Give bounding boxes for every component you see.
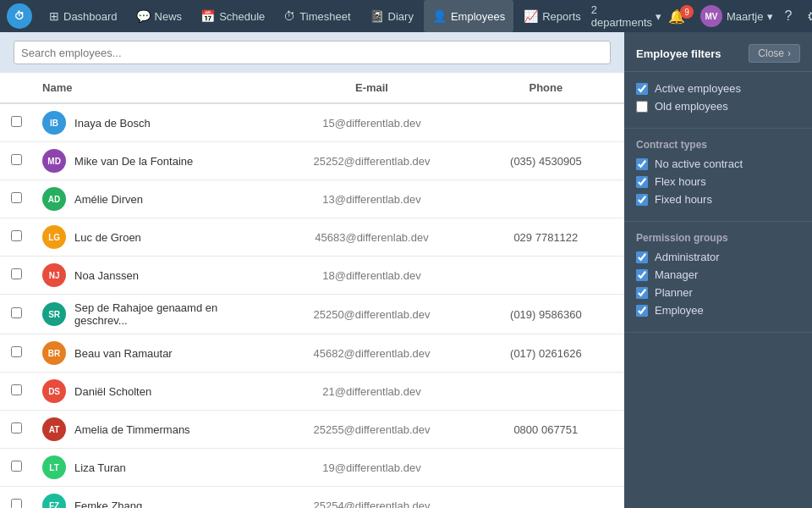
filter-flex-hours[interactable]: Flex hours: [636, 175, 800, 188]
row-phone-cell: [468, 449, 624, 487]
table-row[interactable]: AD Amélie Dirven 13@differentlab.dev: [0, 180, 624, 218]
filter-old-employees[interactable]: Old employees: [636, 100, 800, 113]
row-select-checkbox[interactable]: [11, 192, 22, 203]
row-checkbox-cell: [0, 103, 32, 142]
flex-hours-checkbox[interactable]: [636, 176, 648, 188]
planner-checkbox[interactable]: [636, 287, 648, 299]
employees-table: Name E-mail Phone IB Inaya de Bosch 15@d…: [0, 73, 624, 508]
employee-phone: (035) 4530905: [510, 155, 582, 168]
table-row[interactable]: SR Sep de Rahajoe genaamd en geschrev...…: [0, 295, 624, 334]
table-row[interactable]: IB Inaya de Bosch 15@differentlab.dev: [0, 103, 624, 142]
search-input[interactable]: [14, 41, 611, 64]
row-name-cell: DS Daniël Scholten: [32, 373, 276, 411]
fixed-hours-label: Fixed hours: [655, 193, 712, 206]
filter-administrator[interactable]: Administrator: [636, 251, 800, 263]
filter-active-employees[interactable]: Active employees: [636, 82, 800, 95]
row-phone-cell: [468, 257, 624, 295]
row-select-checkbox[interactable]: [11, 384, 22, 395]
nav-employees[interactable]: 👤 Employees: [424, 0, 513, 32]
no-active-contract-checkbox[interactable]: [636, 158, 648, 170]
fixed-hours-checkbox[interactable]: [636, 194, 648, 206]
employee-name: Beau van Ramautar: [74, 347, 173, 360]
employee-name: Sep de Rahajoe genaamd en geschrev...: [74, 301, 266, 327]
row-select-checkbox[interactable]: [11, 422, 22, 433]
employee-filters-panel: Employee filters Close › Active employee…: [624, 32, 812, 508]
col-email[interactable]: E-mail: [276, 73, 467, 103]
old-employees-label: Old employees: [655, 100, 728, 113]
filter-fixed-hours[interactable]: Fixed hours: [636, 193, 800, 206]
settings-icon[interactable]: ⚙: [803, 8, 812, 25]
active-employees-label: Active employees: [655, 82, 741, 95]
nav-diary-label: Diary: [388, 10, 414, 23]
administrator-checkbox[interactable]: [636, 251, 648, 263]
nav-timesheet-label: Timesheet: [299, 10, 350, 23]
diary-icon: 📓: [370, 9, 384, 23]
table-row[interactable]: LT Liza Turan 19@differentlab.dev: [0, 449, 624, 487]
nav-employees-label: Employees: [451, 10, 505, 23]
notification-badge: 9: [680, 5, 694, 19]
filter-employee[interactable]: Employee: [636, 304, 800, 317]
old-employees-checkbox[interactable]: [636, 101, 648, 113]
employee-name: Mike van De la Fontaine: [74, 155, 193, 168]
nav-timesheet[interactable]: ⏱ Timesheet: [275, 0, 359, 32]
close-panel-button[interactable]: Close ›: [749, 44, 800, 63]
table-row[interactable]: AT Amelia de Timmermans 25255@differentl…: [0, 411, 624, 449]
row-select-checkbox[interactable]: [11, 499, 22, 508]
no-active-contract-label: No active contract: [655, 157, 743, 170]
row-select-checkbox[interactable]: [11, 307, 22, 318]
table-row[interactable]: LG Luc de Groen 45683@differenlab.dev 02…: [0, 218, 624, 257]
help-icon[interactable]: ?: [780, 8, 796, 24]
row-checkbox-cell: [0, 180, 32, 218]
nav-news-label: News: [155, 10, 183, 23]
row-checkbox-cell: [0, 218, 32, 257]
filter-planner[interactable]: Planner: [636, 286, 800, 299]
employee-name: Noa Janssen: [74, 269, 139, 282]
table-row[interactable]: DS Daniël Scholten 21@differentlab.dev: [0, 373, 624, 411]
nav-dashboard[interactable]: ⊞ Dashboard: [41, 0, 126, 32]
nav-reports[interactable]: 📈 Reports: [515, 0, 590, 32]
close-button-label: Close: [758, 47, 784, 59]
row-select-checkbox[interactable]: [11, 154, 22, 165]
nav-news[interactable]: 💬 News: [128, 0, 191, 32]
employee-avatar: FZ: [42, 494, 66, 508]
row-select-checkbox[interactable]: [11, 346, 22, 357]
top-navigation: ⏱ ⊞ Dashboard 💬 News 📅 Schedule ⏱ Timesh…: [0, 0, 812, 32]
row-select-checkbox[interactable]: [11, 268, 22, 279]
manager-checkbox[interactable]: [636, 269, 648, 281]
employee-checkbox[interactable]: [636, 305, 648, 317]
user-menu[interactable]: MV Maartje ▾: [700, 5, 773, 27]
row-select-checkbox[interactable]: [11, 116, 22, 127]
employee-email: 13@differentlab.dev: [322, 193, 420, 206]
filter-manager[interactable]: Manager: [636, 268, 800, 281]
filter-no-active-contract[interactable]: No active contract: [636, 157, 800, 170]
row-email-cell: 15@differentlab.dev: [276, 103, 467, 142]
employee-avatar: DS: [42, 379, 66, 403]
row-name-cell: MD Mike van De la Fontaine: [32, 142, 276, 180]
notification-area: 🔔 9: [668, 8, 694, 25]
row-checkbox-cell: [0, 334, 32, 373]
dashboard-icon: ⊞: [49, 9, 59, 23]
nav-schedule[interactable]: 📅 Schedule: [192, 0, 273, 32]
employee-name: Amélie Dirven: [74, 193, 143, 206]
table-row[interactable]: MD Mike van De la Fontaine 25252@differe…: [0, 142, 624, 180]
row-email-cell: 25252@differentlab.dev: [276, 142, 467, 180]
col-phone[interactable]: Phone: [468, 73, 624, 103]
row-checkbox-cell: [0, 449, 32, 487]
table-row[interactable]: BR Beau van Ramautar 45682@differentlab.…: [0, 334, 624, 373]
table-row[interactable]: FZ Femke Zhang 25254@differentlab.dev: [0, 487, 624, 509]
row-checkbox-cell: [0, 142, 32, 180]
main-wrapper: Name E-mail Phone IB Inaya de Bosch 15@d…: [0, 32, 812, 508]
row-select-checkbox[interactable]: [11, 230, 22, 241]
employee-email: 18@differentlab.dev: [322, 269, 420, 282]
nav-diary[interactable]: 📓 Diary: [361, 0, 422, 32]
departments-selector[interactable]: 2 departments ▾: [591, 3, 661, 29]
col-name[interactable]: Name: [32, 73, 276, 103]
table-row[interactable]: NJ Noa Janssen 18@differentlab.dev: [0, 257, 624, 295]
employee-email: 45682@differentlab.dev: [313, 347, 430, 360]
row-name-cell: SR Sep de Rahajoe genaamd en geschrev...: [32, 295, 276, 334]
row-email-cell: 18@differentlab.dev: [276, 257, 467, 295]
row-select-checkbox[interactable]: [11, 461, 22, 472]
row-checkbox-cell: [0, 295, 32, 334]
employee-email: 25250@differentlab.dev: [313, 308, 430, 321]
active-employees-checkbox[interactable]: [636, 83, 648, 95]
